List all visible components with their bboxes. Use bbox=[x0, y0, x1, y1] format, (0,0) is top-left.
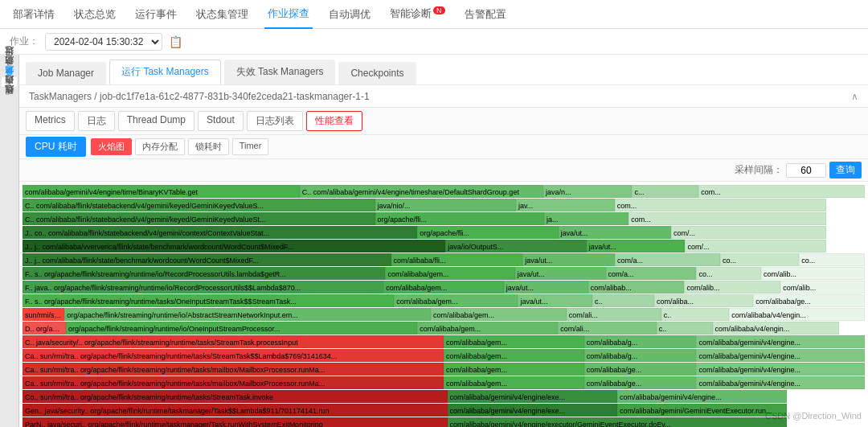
flame-cell-13-3[interactable]: com/alibaba/gemini/v4/engine... bbox=[696, 363, 865, 376]
top-nav-item-5[interactable]: 自动调优 bbox=[326, 1, 374, 28]
flame-cell-14-1[interactable]: com/alibaba/gem... bbox=[444, 376, 584, 389]
flame-cell-2-2[interactable]: ja... bbox=[544, 212, 628, 225]
flame-cell-16-0[interactable]: Gen.. java/security.. org/apache/flink/r… bbox=[23, 404, 448, 417]
flame-cell-8-5[interactable]: com/alibaba/ge... bbox=[753, 294, 865, 307]
sidebar-tab-3[interactable]: 内存边态 bbox=[2, 87, 17, 96]
flame-cell-8-1[interactable]: com/alibaba/gem... bbox=[394, 294, 518, 307]
main-tab-3[interactable]: Checkpoints bbox=[338, 62, 416, 84]
main-tab-0[interactable]: Job Manager bbox=[26, 62, 106, 84]
cpu-tab-0[interactable]: CPU 耗时 bbox=[26, 137, 86, 157]
sidebar-tab-4[interactable]: 线程边态 bbox=[2, 96, 17, 106]
flame-cell-1-2[interactable]: jav... bbox=[516, 199, 615, 211]
flame-cell-6-3[interactable]: com/a... bbox=[606, 267, 697, 280]
sidebar-tab-2[interactable]: 异常信息 bbox=[2, 77, 17, 87]
top-nav-item-6[interactable]: 智能诊断N bbox=[387, 0, 448, 27]
flame-cell-9-5[interactable]: com/alibaba/v4/engin... bbox=[729, 308, 865, 321]
flame-cell-5-5[interactable]: co... bbox=[799, 253, 865, 266]
flame-cell-6-0[interactable]: F.. s.. org/apache/flink/streaming/runti… bbox=[23, 267, 385, 280]
flame-cell-1-3[interactable]: com... bbox=[615, 199, 826, 211]
flame-cell-5-0[interactable]: J.. j.. com/alibaba/flink/state/benchmar… bbox=[23, 253, 391, 266]
sub-tab-4[interactable]: 日志列表 bbox=[247, 111, 303, 131]
flame-cell-9-3[interactable]: com/ali... bbox=[567, 308, 661, 321]
main-tab-1[interactable]: 运行 Task Managers bbox=[109, 60, 221, 84]
flame-cell-8-0[interactable]: F.. s.. org/apache/flink/streaming/runti… bbox=[23, 294, 394, 307]
flame-cell-6-1[interactable]: com/alibaba/gem... bbox=[385, 267, 514, 280]
top-nav-item-0[interactable]: 部署详情 bbox=[10, 1, 58, 28]
top-nav-item-4[interactable]: 作业探查 bbox=[264, 0, 313, 29]
flame-cell-4-2[interactable]: java/ut... bbox=[587, 240, 686, 253]
flame-cell-0-1[interactable]: C.. com/alibaba/gemini/v4/engine/timesha… bbox=[300, 185, 543, 198]
flame-cell-14-3[interactable]: com/alibaba/gemini/v4/engine... bbox=[696, 376, 865, 389]
flame-cell-3-0[interactable]: J.. co.. com/alibaba/flink/statebackend/… bbox=[23, 226, 417, 239]
top-nav-item-2[interactable]: 运行事件 bbox=[132, 1, 180, 28]
flame-cell-9-0[interactable]: sun/rmi/se.. org/apache/flink/streaming/… bbox=[23, 308, 64, 321]
flame-cell-8-2[interactable]: java/ut... bbox=[518, 294, 592, 307]
flame-cell-13-0[interactable]: Ca.. sun/rmi/tra.. org/apache/flink/stre… bbox=[23, 363, 444, 376]
sidebar-tab-1[interactable]: 动态信息 bbox=[2, 68, 17, 77]
flame-cell-17-0[interactable]: ParN.. java/securi.. org/apache/flink/ru… bbox=[23, 417, 448, 427]
flame-cell-12-0[interactable]: Ca.. sun/rmi/tra.. org/apache/flink/stre… bbox=[23, 349, 444, 362]
flame-cell-8-4[interactable]: com/aliba... bbox=[654, 294, 753, 307]
flame-cell-10-4[interactable]: c.. bbox=[657, 322, 713, 335]
flame-cell-1-1[interactable]: java/nio/... bbox=[375, 199, 516, 211]
flame-cell-15-2[interactable]: com/alibaba/gemini/v4/engine... bbox=[617, 390, 787, 403]
flame-cell-11-2[interactable]: com/alibaba/g... bbox=[584, 335, 697, 348]
flame-cell-11-1[interactable]: com/alibaba/gem... bbox=[444, 335, 584, 348]
flame-cell-7-3[interactable]: com/alibab... bbox=[588, 281, 685, 294]
flame-cell-9-4[interactable]: c.. bbox=[661, 308, 729, 321]
flame-tab-2[interactable]: 锁耗时 bbox=[188, 138, 229, 155]
job-select[interactable]: 2024-02-04 15:30:32 bbox=[45, 33, 162, 51]
sub-tab-2[interactable]: Thread Dump bbox=[118, 111, 194, 131]
flame-cell-0-2[interactable]: java/n... bbox=[543, 185, 632, 198]
sidebar-tab-0[interactable]: 运行日志 bbox=[2, 58, 17, 68]
flame-cell-5-1[interactable]: com/alibaba/fli... bbox=[391, 253, 523, 266]
top-nav-item-1[interactable]: 状态总览 bbox=[71, 1, 119, 28]
flame-cell-6-4[interactable]: co... bbox=[696, 267, 761, 280]
flame-cell-12-1[interactable]: com/alibaba/gem... bbox=[444, 349, 584, 362]
flame-cell-5-3[interactable]: com/a... bbox=[615, 253, 720, 266]
flame-cell-16-1[interactable]: com/alibaba/gemini/v4/engine/exe... bbox=[448, 404, 617, 417]
flame-tab-3[interactable]: Timer bbox=[232, 138, 269, 155]
expand-icon[interactable]: ∧ bbox=[851, 91, 858, 102]
flame-cell-10-0[interactable]: D.. org/apache/flink/streaming/runtime/i… bbox=[23, 322, 66, 335]
sub-tab-0[interactable]: Metrics bbox=[26, 111, 75, 131]
flame-cell-10-3[interactable]: com/ali... bbox=[558, 322, 656, 335]
sampling-input[interactable] bbox=[786, 163, 826, 178]
flame-cell-12-3[interactable]: com/alibaba/gemini/v4/engine... bbox=[696, 349, 865, 362]
copy-icon[interactable]: 📋 bbox=[169, 35, 182, 48]
flame-cell-1-0[interactable]: C.. com/alibaba/flink/statebackend/v4/ge… bbox=[23, 199, 375, 211]
flame-cell-14-2[interactable]: com/alibaba/ge... bbox=[584, 376, 697, 389]
top-nav-item-7[interactable]: 告警配置 bbox=[461, 1, 510, 28]
flame-cell-3-2[interactable]: java/ut... bbox=[559, 226, 671, 239]
sub-tab-1[interactable]: 日志 bbox=[78, 111, 115, 131]
flame-cell-13-2[interactable]: com/alibaba/ge... bbox=[584, 363, 697, 376]
flame-cell-4-1[interactable]: java/io/OutputS... bbox=[445, 240, 586, 253]
flame-cell-10-5[interactable]: com/alibaba/v4/engin... bbox=[713, 322, 839, 335]
flame-cell-2-3[interactable]: com... bbox=[628, 212, 826, 225]
flame-cell-0-3[interactable]: c... bbox=[632, 185, 698, 198]
top-nav-item-3[interactable]: 状态集管理 bbox=[193, 1, 252, 28]
flame-graph-area[interactable]: ✕ com/alibaba/gemini/v4/engine/time/Bina… bbox=[19, 182, 868, 427]
flame-cell-4-3[interactable]: com/... bbox=[685, 240, 825, 253]
flame-cell-17-1[interactable]: com/alibaba/gemini/v4/engine/executor/Ge… bbox=[448, 417, 788, 427]
flame-cell-3-3[interactable]: com/... bbox=[671, 226, 826, 239]
flame-cell-6-2[interactable]: java/ut... bbox=[515, 267, 606, 280]
flame-cell-7-0[interactable]: F.. java.. org/apache/flink/streaming/ru… bbox=[23, 281, 383, 294]
flame-tab-1[interactable]: 内存分配 bbox=[135, 138, 185, 155]
flame-cell-14-0[interactable]: Ca.. sun/rmi/tra.. org/apache/flink/stre… bbox=[23, 376, 444, 389]
main-tab-2[interactable]: 失效 Task Managers bbox=[224, 60, 336, 84]
flame-cell-11-3[interactable]: com/alibaba/gemini/v4/engine... bbox=[696, 335, 865, 348]
flame-cell-0-0[interactable]: com/alibaba/gemini/v4/engine/time/Binary… bbox=[23, 185, 300, 198]
flame-cell-5-4[interactable]: co... bbox=[720, 253, 799, 266]
flame-cell-0-4[interactable]: com... bbox=[698, 185, 865, 198]
flame-cell-7-1[interactable]: com/alibaba/gem... bbox=[383, 281, 504, 294]
flame-cell-2-1[interactable]: org/apache/fli... bbox=[375, 212, 545, 225]
flame-cell-15-1[interactable]: com/alibaba/gemini/v4/engine/exe... bbox=[448, 390, 617, 403]
flame-cell-13-1[interactable]: com/alibaba/gem... bbox=[444, 363, 584, 376]
flame-cell-12-2[interactable]: com/alibaba/g... bbox=[584, 349, 697, 362]
flame-cell-10-1[interactable]: org/apache/flink/streaming/runtime/io/On… bbox=[66, 322, 417, 335]
flame-cell-7-4[interactable]: com/alib... bbox=[684, 281, 780, 294]
flame-cell-5-2[interactable]: java/ut... bbox=[522, 253, 615, 266]
flame-cell-4-0[interactable]: J.. j.. com/alibaba/vververica/flink/sta… bbox=[23, 240, 445, 253]
flame-cell-11-0[interactable]: C.. java/security/.. org/apache/flink/st… bbox=[23, 335, 444, 348]
